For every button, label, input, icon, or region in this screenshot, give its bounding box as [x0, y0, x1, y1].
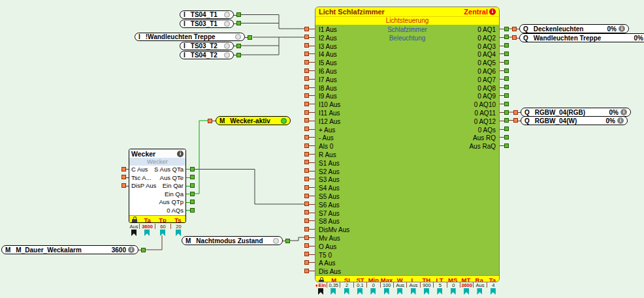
param-flag[interactable] [176, 230, 181, 236]
param-value[interactable]: 3600 [139, 224, 155, 229]
input-pill-ts04-t2[interactable]: I TS04_T2 [180, 51, 234, 59]
param-flag[interactable] [464, 288, 469, 295]
param-value[interactable]: 900 [420, 282, 433, 288]
param-value[interactable]: 4 [487, 282, 500, 288]
param-value[interactable]: Aus [129, 224, 139, 229]
param-flag[interactable] [370, 288, 376, 295]
input-pin[interactable] [304, 177, 309, 181]
memory-pill-nachtmodus[interactable]: M Nachtmodus Zustand [182, 236, 283, 245]
param-value[interactable]: 2 [340, 282, 353, 288]
memory-pill-wecker-aktiv[interactable]: M Wecker-aktiv [216, 116, 291, 125]
input-pin[interactable] [304, 227, 309, 231]
input-pin[interactable] [304, 102, 309, 106]
lighting-controller-block[interactable]: Licht Schlafzimmer Zentral Lichtsteuerun… [315, 7, 500, 282]
input-pin[interactable] [512, 35, 517, 40]
param-label[interactable]: Ta [486, 276, 499, 282]
input-pin[interactable] [304, 160, 309, 164]
param-value[interactable]: 60 [155, 224, 170, 229]
output-pin[interactable] [236, 12, 241, 17]
param-value[interactable]: Aus [393, 282, 406, 288]
input-pin[interactable] [304, 168, 309, 173]
param-label[interactable]: M [327, 276, 340, 282]
input-pill-ts03-t2[interactable]: I TS03_T2 [180, 42, 234, 50]
input-pin[interactable] [121, 175, 126, 179]
output-pin[interactable] [504, 68, 509, 73]
input-pin[interactable] [304, 118, 309, 123]
input-pin[interactable] [304, 60, 309, 65]
param-flag[interactable] [160, 230, 165, 236]
input-pill-ts04-t1[interactable]: I TS04_T1 [180, 10, 234, 19]
param-label[interactable]: Min [367, 276, 380, 282]
output-pin[interactable] [504, 60, 509, 65]
output-pin[interactable] [504, 127, 509, 131]
output-pin[interactable] [504, 85, 509, 89]
info-icon[interactable] [620, 109, 627, 115]
input-pin[interactable] [208, 119, 212, 123]
input-pin[interactable] [304, 243, 309, 248]
output-pin[interactable] [504, 118, 509, 123]
output-pill-wandleuchten-treppe[interactable]: Q Wandleuchten Treppe 0% [519, 33, 644, 42]
output-pin[interactable] [285, 239, 290, 243]
input-pill-wandleuchten-treppe[interactable]: I !Wandleuchten Treppe [135, 33, 245, 41]
param-value[interactable]: 0,1 [353, 282, 366, 288]
param-flag[interactable] [330, 288, 336, 295]
input-pin[interactable] [304, 68, 309, 73]
param-value[interactable]: 5 [433, 282, 446, 288]
input-pin[interactable] [304, 76, 309, 81]
input-pin[interactable] [304, 43, 309, 48]
output-pin[interactable] [236, 44, 241, 48]
param-flag[interactable] [451, 288, 456, 295]
param-label[interactable]: ST [353, 276, 366, 282]
output-pin[interactable] [236, 53, 241, 57]
output-pin[interactable] [504, 76, 509, 81]
info-icon[interactable] [489, 8, 496, 15]
output-pin[interactable] [248, 35, 252, 40]
input-pin[interactable] [304, 127, 309, 131]
input-pin[interactable] [304, 201, 309, 206]
info-icon[interactable] [177, 151, 184, 157]
input-pin[interactable] [121, 167, 126, 171]
param-label[interactable]: Ta [140, 216, 155, 223]
input-pin[interactable] [304, 135, 309, 140]
input-pin[interactable] [304, 235, 309, 240]
input-pin[interactable] [304, 185, 309, 190]
output-pin[interactable] [504, 27, 509, 31]
param-label[interactable]: Ra [473, 276, 486, 282]
input-pin[interactable] [304, 269, 309, 273]
param-flag[interactable] [131, 230, 137, 236]
output-pin[interactable] [190, 183, 195, 188]
param-flag[interactable] [144, 230, 150, 236]
param-value[interactable]: 0 [366, 282, 379, 288]
param-label[interactable]: L [406, 276, 419, 282]
param-label[interactable]: W [393, 276, 406, 282]
param-value[interactable]: 20 [170, 224, 186, 229]
param-value[interactable]: 100 [380, 282, 393, 288]
input-pin[interactable] [304, 194, 309, 198]
param-label[interactable]: Ts [170, 216, 185, 223]
input-pin[interactable] [512, 27, 517, 31]
input-pin[interactable] [513, 110, 518, 115]
output-pin[interactable] [504, 135, 509, 140]
input-pin[interactable] [304, 143, 309, 148]
memory-pill-dauer-weckalarm[interactable]: M M_Dauer_Weckalarm 3600 [1, 245, 138, 254]
input-pin[interactable] [304, 35, 309, 39]
param-value[interactable]: Ein [315, 282, 327, 288]
param-flag[interactable] [384, 288, 389, 295]
param-label[interactable]: MT [459, 276, 472, 282]
input-pin[interactable] [121, 183, 126, 188]
output-pin[interactable] [190, 192, 195, 196]
param-flag[interactable] [424, 288, 429, 295]
param-flag[interactable] [437, 288, 442, 295]
output-pin[interactable] [504, 143, 509, 148]
output-pin[interactable] [190, 208, 195, 213]
output-pill-rgbw-w[interactable]: Q RGBW_04(W) 0% [521, 116, 628, 125]
output-pin[interactable] [190, 200, 195, 204]
param-flag[interactable] [357, 288, 362, 295]
output-pin[interactable] [504, 52, 509, 56]
param-flag[interactable] [344, 288, 349, 295]
info-icon[interactable] [619, 25, 625, 32]
param-label[interactable]: MS [446, 276, 459, 282]
param-label[interactable]: LT [433, 276, 446, 282]
output-pin[interactable] [190, 167, 195, 171]
param-label[interactable]: TH [420, 276, 433, 282]
